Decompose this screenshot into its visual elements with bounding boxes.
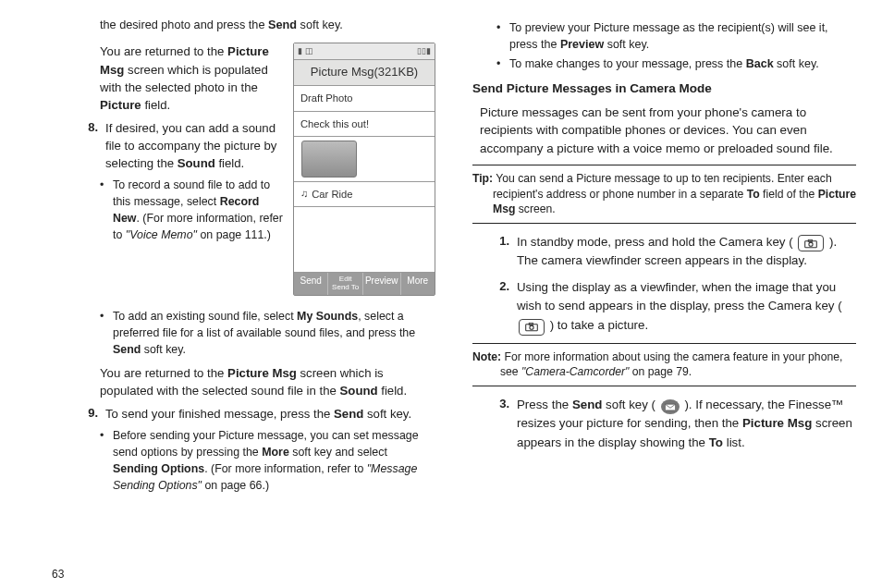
right-column: • To preview your Picture message as the…	[472, 17, 856, 581]
note-box: Note: For more information about using t…	[472, 343, 856, 386]
step9-bullet-options: • Before sending your Picture message, y…	[100, 428, 435, 495]
status-bar: ▮ ◫ ▯▯▮	[294, 43, 435, 60]
camera-step-1: 1. In standby mode, press and hold the C…	[485, 233, 856, 271]
subject-row: Draft Photo	[294, 86, 435, 111]
camera-step-3: 3. Press the Send soft key ( ). If neces…	[485, 396, 856, 453]
camera-key-icon	[798, 235, 824, 251]
softkey-more: More	[401, 273, 435, 295]
battery-icon: ▯▯▮	[417, 45, 431, 57]
left-column: the desired photo and press the Send sof…	[52, 17, 435, 581]
svg-point-5	[530, 325, 533, 329]
picture-row	[294, 137, 435, 182]
bullet-preview: • To preview your Picture message as the…	[496, 19, 856, 53]
envelope-key-icon	[661, 399, 680, 414]
thumbnail-icon	[301, 141, 357, 178]
screen-title: Picture Msg(321KB)	[294, 60, 435, 86]
returned-text-2: You are returned to the Picture Msg scre…	[100, 364, 435, 399]
softkey-send: Send	[294, 273, 328, 295]
wrap-block: ▮ ◫ ▯▯▮ Picture Msg(321KB) Draft Photo C…	[52, 43, 435, 300]
music-icon: ♫	[300, 187, 308, 202]
phone-screenshot: ▮ ◫ ▯▯▮ Picture Msg(321KB) Draft Photo C…	[293, 43, 435, 295]
manual-page: the desired photo and press the Send sof…	[0, 0, 882, 588]
camera-step-2: 2. Using the display as a viewfinder, wh…	[485, 278, 856, 336]
svg-point-2	[809, 242, 813, 246]
sound-row: ♫ Car Ride	[294, 182, 435, 207]
section-heading: Send Picture Messages in Camera Mode	[472, 80, 856, 98]
page-number: 63	[52, 568, 64, 581]
text-row: Check this out!	[294, 112, 435, 137]
bullet-back: • To make changes to your message, press…	[496, 55, 856, 72]
tip-box: Tip: You can send a Picture message to u…	[472, 165, 856, 223]
signal-icon: ▮ ◫	[298, 45, 313, 57]
softkey-preview: Preview	[363, 273, 401, 295]
section-intro: Picture messages can be sent from your p…	[480, 104, 856, 157]
step8-bullet-mysounds: • To add an existing sound file, select …	[100, 309, 435, 359]
camera-key-icon	[519, 319, 545, 336]
step-9: 9. To send your finished message, press …	[74, 405, 435, 423]
intro-line: the desired photo and press the Send sof…	[100, 17, 435, 33]
softkey-bar: Send Edit Send To Preview More	[294, 272, 435, 295]
softkey-edit-sendto: Edit Send To	[328, 273, 362, 295]
step-8: 8. If desired, you can add a sound file …	[74, 119, 284, 172]
step8-bullet-record: • To record a sound file to add to this …	[100, 178, 284, 244]
